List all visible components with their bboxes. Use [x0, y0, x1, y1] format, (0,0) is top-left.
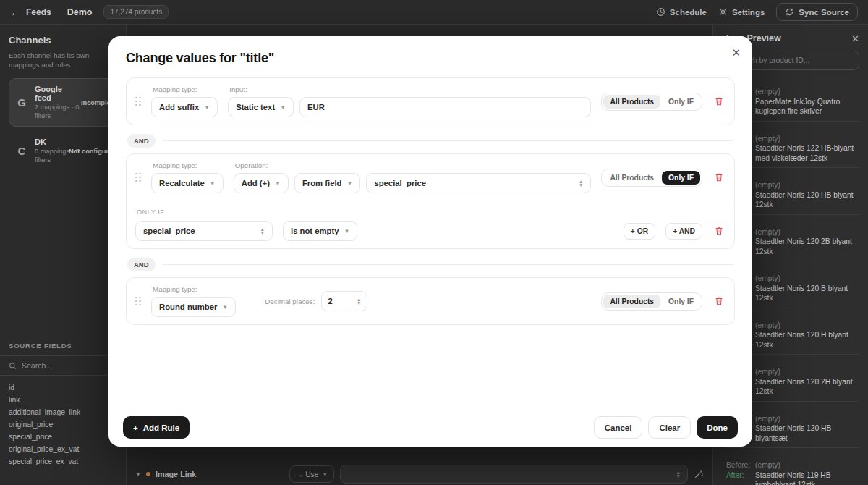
- after-value: Staedtler Noris 119 HB jumboblyant 12stk: [755, 471, 859, 485]
- select-stepper-icon: ▲▼: [260, 227, 265, 235]
- delete-rule-button[interactable]: [712, 171, 726, 184]
- close-preview-icon[interactable]: ✕: [851, 34, 859, 43]
- chevron-down-icon: ▼: [322, 471, 327, 478]
- scope-only-if[interactable]: Only IF: [662, 295, 700, 308]
- delete-rule-button[interactable]: [712, 295, 726, 308]
- chevron-down-icon: ▼: [222, 304, 228, 311]
- scope-only-if[interactable]: Only IF: [662, 95, 700, 109]
- after-value: Staedtler Noris 120 HB blyantsæt: [755, 423, 859, 443]
- preview-item: Before: (empty) After: Staedtler Noris 1…: [726, 448, 859, 485]
- gear-icon: [718, 7, 728, 17]
- close-modal-icon[interactable]: ✕: [731, 46, 741, 59]
- mapping-type-select[interactable]: Add suffix▼: [151, 97, 218, 117]
- mapping-type-label: Mapping type:: [153, 161, 224, 169]
- channel-logo-icon: C: [15, 145, 28, 157]
- drag-handle-icon[interactable]: [135, 297, 141, 306]
- source-field-item[interactable]: link: [9, 394, 117, 406]
- channel-item[interactable]: C DK 0 mappings · 0 filters Not configur…: [9, 131, 123, 171]
- plus-icon: +: [133, 423, 138, 432]
- source-field-item[interactable]: special_price_ex_vat: [9, 455, 117, 468]
- trash-icon: [714, 96, 724, 106]
- source-fields-search[interactable]: [0, 355, 126, 376]
- sync-icon: [785, 7, 794, 17]
- operand-field-select[interactable]: special_price ▲▼: [366, 173, 591, 193]
- scope-toggle: All Products Only IF: [601, 93, 702, 111]
- back-label: Feeds: [26, 7, 51, 17]
- scope-only-if[interactable]: Only IF: [662, 171, 700, 185]
- channel-name: DK: [35, 138, 62, 146]
- add-and-condition-button[interactable]: + AND: [665, 223, 702, 240]
- only-if-label: ONLY IF: [137, 208, 726, 216]
- operand-source-select[interactable]: From field▼: [294, 173, 361, 193]
- delete-rule-button[interactable]: [712, 95, 726, 108]
- back-button[interactable]: ← Feeds: [10, 7, 51, 17]
- decimal-places-input[interactable]: 2 ▲▼: [321, 291, 367, 311]
- drag-handle-icon[interactable]: [135, 173, 141, 182]
- before-value: (empty): [755, 87, 859, 97]
- number-stepper-icon: ▲▼: [357, 298, 361, 305]
- mapping-type-select[interactable]: Recalculate▼: [151, 173, 224, 193]
- channel-logo-icon: G: [15, 96, 28, 109]
- rule-card-round-number: Mapping type: Round number▼ Decimal plac…: [126, 277, 735, 325]
- drag-handle-icon[interactable]: [135, 97, 141, 106]
- before-value: (empty): [755, 321, 859, 331]
- input-kind-select[interactable]: Static text▼: [228, 97, 294, 117]
- scope-toggle: All Products Only IF: [601, 169, 702, 187]
- static-text-input[interactable]: [299, 97, 591, 117]
- cancel-button[interactable]: Cancel: [594, 416, 643, 439]
- app: ← Feeds Demo 17,274 products Schedule Se…: [0, 0, 868, 485]
- mapping-type-label: Mapping type:: [153, 85, 218, 93]
- source-field-select[interactable]: ▲▼: [340, 465, 688, 484]
- channel-item[interactable]: G Google feed 2 mappings · 0 filters Inc…: [9, 78, 123, 127]
- source-field-item[interactable]: original_price: [9, 418, 117, 431]
- scope-all-products[interactable]: All Products: [603, 95, 660, 109]
- mapping-type-select[interactable]: Round number▼: [151, 297, 236, 317]
- operation-select[interactable]: Add (+)▼: [234, 173, 289, 193]
- after-value: Staedtler Noris 120 2B blyant 12stk: [755, 237, 859, 256]
- chevron-down-icon: ▼: [280, 104, 286, 111]
- chevron-down-icon: ▼: [204, 104, 210, 111]
- before-value: (empty): [755, 414, 859, 424]
- modal-footer: + Add Rule Cancel Clear Done: [109, 408, 752, 447]
- source-field-item[interactable]: additional_image_link: [9, 406, 117, 418]
- chevron-down-icon: ▼: [346, 180, 352, 187]
- delete-condition-button[interactable]: [712, 224, 726, 237]
- before-label: Before:: [726, 460, 755, 471]
- source-fields-search-input[interactable]: [22, 361, 101, 370]
- scope-all-products[interactable]: All Products: [603, 295, 660, 308]
- source-field-item[interactable]: special_price: [9, 431, 117, 443]
- use-mode-select[interactable]: → Use▼: [289, 465, 334, 483]
- top-header: ← Feeds Demo 17,274 products Schedule Se…: [0, 0, 868, 25]
- modal-title: Change values for "title": [126, 51, 735, 66]
- rules-button[interactable]: [694, 469, 704, 479]
- sync-source-button[interactable]: Sync Source: [776, 3, 858, 21]
- scope-toggle: All Products Only IF: [601, 292, 702, 311]
- source-fields-title: SOURCE FIELDS: [9, 342, 117, 350]
- clear-button[interactable]: Clear: [648, 416, 691, 439]
- channels-sidebar: Channels + Each channel has its own mapp…: [0, 25, 127, 485]
- trash-icon: [714, 296, 724, 306]
- source-field-list: id link additional_image_link original_p…: [9, 376, 117, 468]
- add-rule-button[interactable]: + Add Rule: [123, 416, 190, 439]
- chevron-down-icon: ▼: [344, 228, 350, 235]
- source-field-item[interactable]: original_price_ex_vat: [9, 443, 117, 455]
- scope-all-products[interactable]: All Products: [603, 171, 660, 185]
- after-label: After:: [726, 471, 755, 485]
- operation-label: Operation:: [235, 161, 592, 169]
- change-values-modal: Change values for "title" ✕ Mapping type…: [109, 36, 752, 447]
- done-button[interactable]: Done: [697, 416, 738, 439]
- source-field-item[interactable]: id: [9, 381, 117, 394]
- condition-field-select[interactable]: special_price ▲▼: [135, 221, 273, 241]
- channel-list: G Google feed 2 mappings · 0 filters Inc…: [9, 78, 117, 171]
- and-divider: AND: [127, 134, 733, 148]
- after-value: PaperMate InkJoy Quatro kuglepen fire sk…: [755, 97, 859, 117]
- schedule-button[interactable]: Schedule: [656, 7, 707, 17]
- condition-operator-select[interactable]: is not empty▼: [283, 221, 357, 241]
- settings-button[interactable]: Settings: [718, 7, 765, 17]
- add-or-condition-button[interactable]: + OR: [624, 223, 655, 240]
- before-value: (empty): [755, 460, 859, 471]
- mapping-row-image-link: ▼ Image Link → Use▼ ▲▼: [127, 462, 712, 485]
- after-value: Staedtler Noris 120 H blyant 12stk: [755, 330, 859, 350]
- channels-title: Channels: [9, 35, 51, 46]
- chevron-down-icon[interactable]: ▼: [135, 471, 141, 478]
